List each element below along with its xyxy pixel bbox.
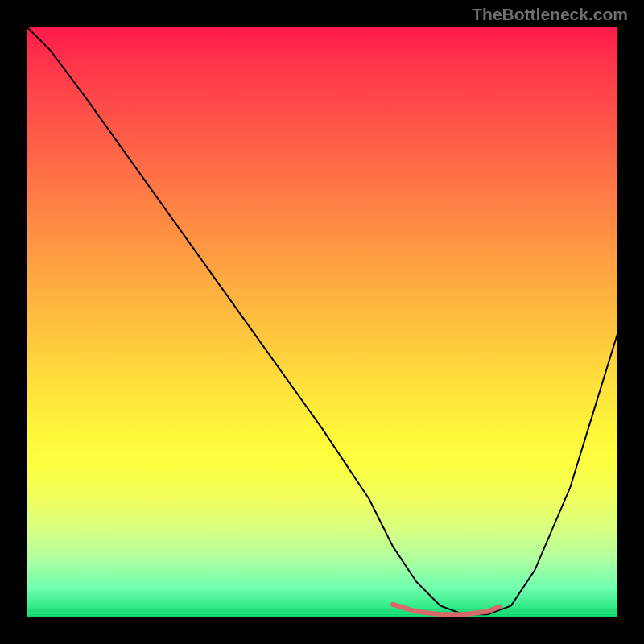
chart-plot-area [27,27,617,617]
valley-marker-path [393,605,499,614]
chart-svg [27,27,617,617]
watermark-text: TheBottleneck.com [472,5,628,24]
bottleneck-curve-path [27,27,617,614]
